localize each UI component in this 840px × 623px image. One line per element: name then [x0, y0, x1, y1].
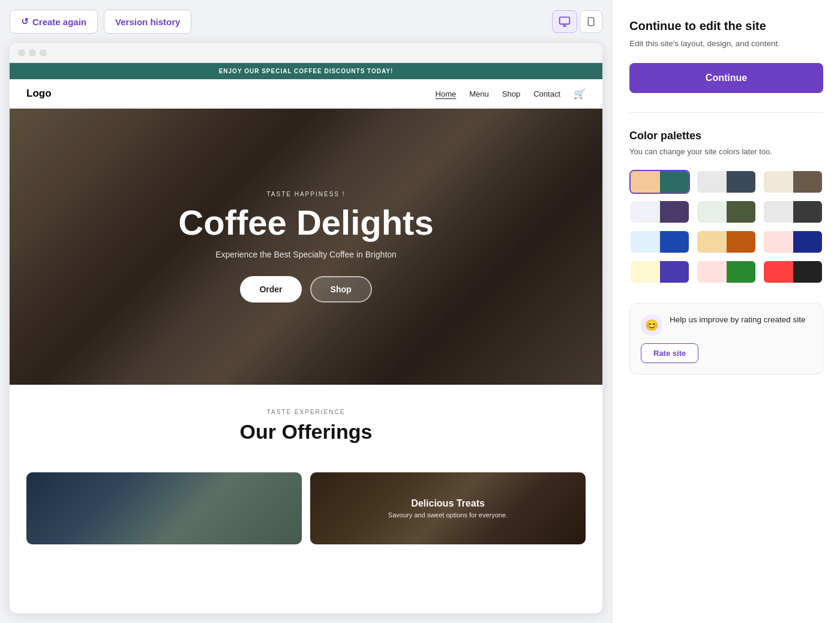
hero-buttons: Order Shop [178, 276, 433, 302]
offering-card-left [26, 472, 302, 544]
offerings-title: Our Offerings [26, 420, 586, 444]
window-dot-2 [29, 49, 36, 56]
palettes-title: Color palettes [629, 130, 823, 142]
swatch-7-color1 [631, 231, 660, 253]
swatch-12-color2 [793, 261, 823, 283]
view-toggle-group [552, 10, 602, 33]
swatch-9-color2 [793, 231, 823, 253]
continue-section-desc: Edit this site's layout, design, and con… [629, 38, 823, 50]
offering-card-left-content [26, 472, 302, 544]
swatch-11-color1 [697, 261, 727, 283]
swatch-5-color1 [697, 201, 727, 223]
nav-link-home[interactable]: Home [436, 89, 457, 98]
browser-window: ENJOY OUR SPECIAL COFFEE DISCOUNTS TODAY… [10, 43, 602, 613]
swatch-9-color1 [764, 231, 793, 253]
palette-swatch-11[interactable] [696, 260, 757, 284]
swatch-8-color1 [697, 231, 727, 253]
window-dot-3 [40, 49, 47, 56]
swatch-4-color1 [631, 201, 660, 223]
announcement-text: ENJOY OUR SPECIAL COFFEE DISCOUNTS TODAY… [219, 68, 394, 74]
swatch-12-color1 [764, 261, 793, 283]
announcement-bar: ENJOY OUR SPECIAL COFFEE DISCOUNTS TODAY… [10, 63, 602, 79]
offering-card-right-content: Delicious Treats Savoury and sweet optio… [310, 472, 586, 544]
version-history-button[interactable]: Version history [104, 10, 191, 34]
feedback-text: Help us improve by rating created site [670, 315, 806, 326]
svg-rect-0 [560, 17, 570, 25]
swatch-2-color2 [727, 171, 756, 193]
offerings-grid: Delicious Treats Savoury and sweet optio… [10, 472, 602, 568]
nav-link-shop[interactable]: Shop [502, 89, 520, 98]
swatch-1-color1 [631, 171, 660, 193]
swatch-8-color2 [727, 231, 756, 253]
divider [629, 112, 823, 113]
offerings-eyebrow: TASTE EXPERIENCE [26, 409, 586, 415]
palettes-grid [629, 170, 823, 284]
delicious-treats-subtitle: Savoury and sweet options for everyone. [388, 511, 508, 519]
palettes-desc: You can change your site colors later to… [629, 146, 823, 158]
nav-link-menu[interactable]: Menu [469, 89, 489, 98]
shop-button[interactable]: Shop [310, 276, 372, 302]
palette-swatch-7[interactable] [629, 230, 690, 254]
site-logo: Logo [26, 88, 52, 100]
swatch-6-color2 [793, 201, 823, 223]
offerings-section: TASTE EXPERIENCE Our Offerings [10, 385, 602, 472]
top-bar-left: ↺ Create again Version history [10, 10, 191, 34]
continue-button[interactable]: Continue [629, 63, 823, 93]
browser-chrome [10, 43, 602, 63]
feedback-emoji-icon: 😊 [641, 315, 662, 336]
site-preview: ENJOY OUR SPECIAL COFFEE DISCOUNTS TODAY… [10, 63, 602, 579]
nav-link-contact[interactable]: Contact [533, 89, 560, 98]
hero-content: TASTE HAPPINESS ! Coffee Delights Experi… [166, 179, 445, 315]
hero-section: TASTE HAPPINESS ! Coffee Delights Experi… [10, 109, 602, 385]
palette-swatch-10[interactable] [629, 260, 690, 284]
swatch-5-color2 [727, 201, 756, 223]
palette-swatch-3[interactable] [763, 170, 823, 194]
swatch-1-color2 [660, 171, 689, 193]
create-again-label: Create again [32, 17, 86, 27]
palette-swatch-2[interactable] [696, 170, 757, 194]
site-nav: Logo Home Menu Shop Contact 🛒 [10, 79, 602, 109]
swatch-10-color1 [631, 261, 660, 283]
swatch-2-color1 [697, 171, 727, 193]
swatch-6-color1 [764, 201, 793, 223]
rate-site-button[interactable]: Rate site [641, 343, 698, 363]
mobile-view-button[interactable] [580, 10, 602, 33]
order-button[interactable]: Order [240, 276, 301, 302]
nav-links: Home Menu Shop Contact 🛒 [436, 88, 586, 100]
palette-swatch-12[interactable] [763, 260, 823, 284]
left-panel: ↺ Create again Version history [0, 0, 612, 623]
palette-swatch-1[interactable] [629, 170, 690, 194]
swatch-7-color2 [660, 231, 689, 253]
feedback-top: 😊 Help us improve by rating created site [641, 315, 812, 336]
window-dot-1 [18, 49, 25, 56]
palette-swatch-5[interactable] [696, 200, 757, 224]
hero-eyebrow: TASTE HAPPINESS ! [178, 191, 433, 197]
swatch-10-color2 [660, 261, 689, 283]
swatch-11-color2 [727, 261, 756, 283]
refresh-icon: ↺ [21, 16, 29, 27]
palette-swatch-6[interactable] [763, 200, 823, 224]
cart-icon[interactable]: 🛒 [574, 88, 586, 100]
version-history-label: Version history [115, 17, 180, 27]
palette-swatch-8[interactable] [696, 230, 757, 254]
offering-card-right: Delicious Treats Savoury and sweet optio… [310, 472, 586, 544]
color-palettes-section: Color palettes You can change your site … [629, 130, 823, 303]
palette-swatch-4[interactable] [629, 200, 690, 224]
feedback-box: 😊 Help us improve by rating created site… [629, 303, 823, 375]
swatch-4-color2 [660, 201, 689, 223]
delicious-treats-title: Delicious Treats [411, 498, 485, 509]
swatch-3-color1 [764, 171, 793, 193]
continue-section-title: Continue to edit the site [629, 19, 823, 33]
create-again-button[interactable]: ↺ Create again [10, 10, 98, 34]
desktop-view-button[interactable] [552, 10, 577, 33]
desktop-icon [559, 16, 571, 28]
swatch-3-color2 [793, 171, 823, 193]
mobile-icon [586, 16, 596, 28]
hero-title: Coffee Delights [178, 203, 433, 242]
top-bar: ↺ Create again Version history [10, 10, 602, 34]
palette-swatch-9[interactable] [763, 230, 823, 254]
hero-subtitle: Experience the Best Specialty Coffee in … [178, 250, 433, 259]
right-panel: Continue to edit the site Edit this site… [612, 0, 840, 623]
